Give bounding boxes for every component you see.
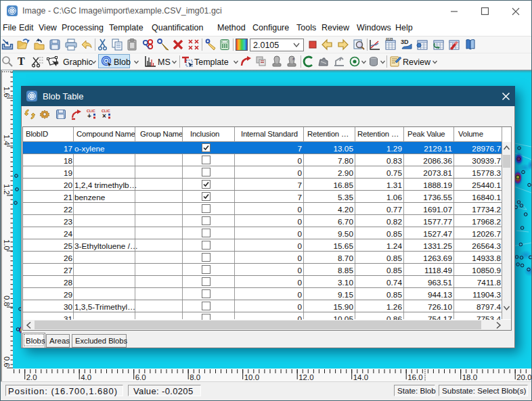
svg-text:4.0: 4.0 xyxy=(81,373,91,381)
svg-text:z: z xyxy=(292,57,294,61)
svg-text:0123: 0123 xyxy=(386,38,393,41)
svg-text:2.0: 2.0 xyxy=(26,373,37,381)
svg-text:+: + xyxy=(87,112,91,120)
svg-text:10.0: 10.0 xyxy=(244,373,259,381)
svg-text:1.4: 1.4 xyxy=(3,135,11,146)
svg-text:20.0: 20.0 xyxy=(516,373,531,381)
svg-text:1.0: 1.0 xyxy=(3,239,11,250)
svg-text:14.0: 14.0 xyxy=(353,373,368,381)
svg-text:3D: 3D xyxy=(401,39,409,45)
svg-text:12.0: 12.0 xyxy=(298,373,313,381)
svg-text:18.0: 18.0 xyxy=(462,373,477,381)
svg-text:0.8: 0.8 xyxy=(3,296,11,306)
svg-text:1.2: 1.2 xyxy=(3,184,11,195)
svg-text:×: × xyxy=(102,112,106,120)
svg-text:1.6: 1.6 xyxy=(3,87,11,97)
svg-text:8.0: 8.0 xyxy=(190,373,200,381)
svg-text:0.6: 0.6 xyxy=(3,356,11,367)
svg-text:6.0: 6.0 xyxy=(135,373,146,381)
svg-text:16.0: 16.0 xyxy=(407,373,422,381)
svg-text:T: T xyxy=(18,55,25,67)
